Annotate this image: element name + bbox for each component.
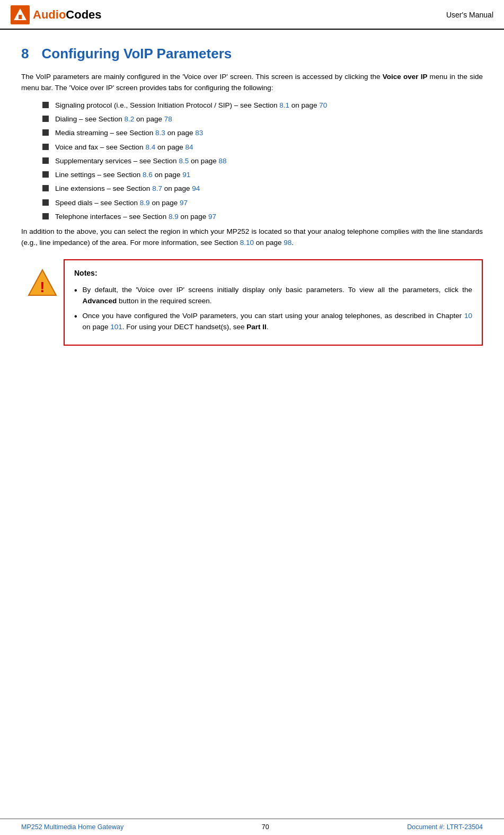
footer-left: MP252 Multimedia Home Gateway [21, 823, 123, 831]
page-link[interactable]: 91 [182, 171, 190, 179]
section-link[interactable]: 8.9 [169, 213, 179, 221]
bullet-icon [42, 144, 49, 150]
page-link-98[interactable]: 98 [284, 239, 291, 247]
main-content: 8Configuring VoIP Parameters The VoIP pa… [0, 30, 504, 372]
section-link[interactable]: 8.4 [145, 143, 155, 151]
note-title: Notes: [74, 268, 472, 279]
list-item: Media streaming – see Section 8.3 on pag… [42, 128, 483, 138]
svg-rect-2 [19, 15, 22, 19]
list-item: Line settings – see Section 8.6 on page … [42, 170, 483, 180]
footer-page-number: 70 [262, 823, 269, 831]
chapter-title: Configuring VoIP Parameters [41, 46, 232, 61]
bullet-icon [42, 213, 49, 219]
bullet-icon [42, 199, 49, 206]
intro-paragraph: The VoIP parameters are mainly configure… [21, 72, 483, 94]
logo-text: AudioCodes [33, 8, 102, 22]
list-item: Line extensions – see Section 8.7 on pag… [42, 183, 483, 194]
page-link[interactable]: 97 [208, 213, 216, 221]
logo: AudioCodes [11, 5, 102, 24]
manual-title: User's Manual [446, 11, 493, 19]
bullet-icon [42, 102, 49, 108]
section-link[interactable]: 8.3 [155, 129, 165, 137]
chapter-link-10[interactable]: 10 [464, 312, 472, 320]
bullet-icon [42, 157, 49, 164]
page-footer: MP252 Multimedia Home Gateway 70 Documen… [0, 819, 504, 835]
page-link[interactable]: 83 [195, 129, 203, 137]
svg-text:!: ! [40, 279, 45, 295]
page-link[interactable]: 84 [185, 143, 193, 151]
list-item: Supplementary services – see Section 8.5… [42, 156, 483, 166]
addition-paragraph: In addition to the above, you can select… [21, 226, 483, 249]
warning-icon-area: ! [21, 259, 64, 346]
bullet-list: Signaling protocol (i.e., Session Initia… [42, 100, 483, 222]
chapter-heading: 8Configuring VoIP Parameters [21, 46, 483, 62]
list-item: Signaling protocol (i.e., Session Initia… [42, 100, 483, 111]
bullet-icon [42, 116, 49, 122]
page-link[interactable]: 97 [180, 199, 188, 207]
chapter-number: 8 [21, 46, 29, 61]
note-box: Notes: By default, the 'Voice over IP' s… [64, 259, 483, 346]
section-link[interactable]: 8.2 [125, 115, 135, 123]
page-link[interactable]: 88 [218, 157, 226, 165]
list-item: Dialing – see Section 8.2 on page 78 [42, 114, 483, 125]
section-link[interactable]: 8.6 [143, 171, 153, 179]
section-link[interactable]: 8.9 [140, 199, 150, 207]
section-link[interactable]: 8.5 [179, 157, 189, 165]
section-link-810[interactable]: 8.10 [240, 239, 254, 247]
note-item-2: Once you have configured the VoIP parame… [74, 311, 472, 333]
page-link[interactable]: 70 [319, 101, 327, 109]
note-container: ! Notes: By default, the 'Voice over IP'… [21, 259, 483, 346]
bullet-icon [42, 129, 49, 136]
note-item-1: By default, the 'Voice over IP' screens … [74, 285, 472, 307]
bullet-icon [42, 185, 49, 191]
section-link[interactable]: 8.7 [152, 184, 162, 192]
section-link[interactable]: 8.1 [279, 101, 289, 109]
footer-right: Document #: LTRT-23504 [407, 823, 483, 831]
bullet-icon [42, 171, 49, 178]
note-bullets: By default, the 'Voice over IP' screens … [74, 285, 472, 333]
page-link[interactable]: 78 [164, 115, 172, 123]
page-link[interactable]: 94 [192, 184, 200, 192]
warning-triangle-icon: ! [28, 268, 57, 297]
list-item: Voice and fax – see Section 8.4 on page … [42, 142, 483, 153]
list-item: Speed dials – see Section 8.9 on page 97 [42, 198, 483, 208]
list-item: Telephone interfaces – see Section 8.9 o… [42, 212, 483, 222]
page-link-101[interactable]: 101 [110, 323, 122, 331]
page-header: AudioCodes User's Manual [0, 0, 504, 30]
audiocodes-logo-icon [11, 5, 30, 24]
